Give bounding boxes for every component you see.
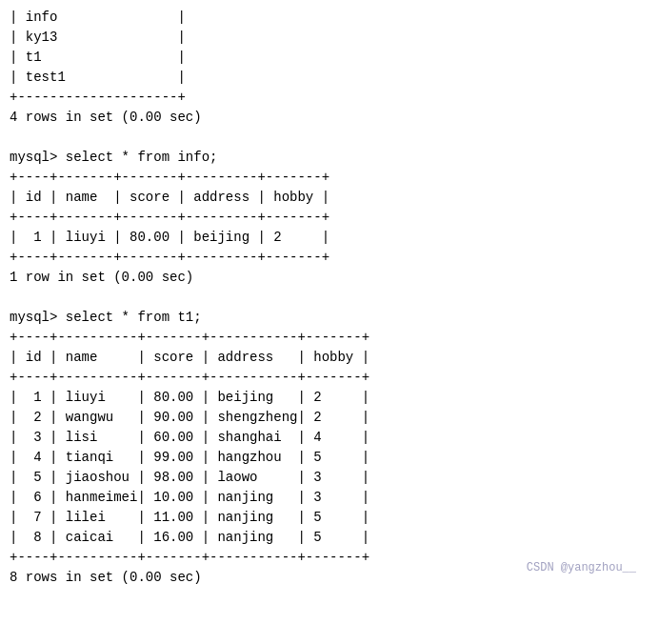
terminal-output: | info | | ky13 | | t1 | | test1 | +----… [10,8,649,588]
line-1: | info | | ky13 | | t1 | | test1 | +----… [10,10,369,585]
terminal-container: | info | | ky13 | | t1 | | test1 | +----… [10,8,649,588]
watermark-label: CSDN @yangzhou__ [527,561,636,574]
